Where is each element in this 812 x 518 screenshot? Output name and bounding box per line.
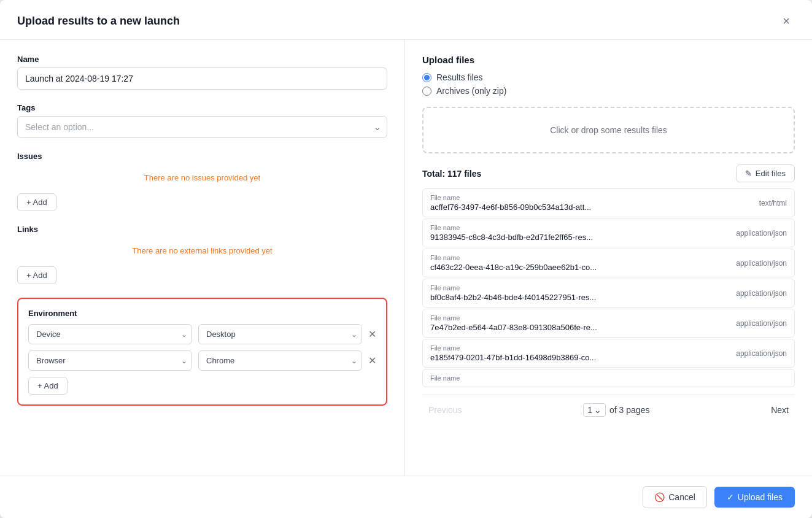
env-val-select-0[interactable]: Desktop: [198, 324, 362, 344]
close-button[interactable]: ×: [778, 12, 795, 29]
env-key-wrapper-0: Device ⌄: [28, 324, 192, 344]
pagination: Previous 1 ⌄ of 3 pages Next: [422, 395, 795, 419]
radio-results-files[interactable]: Results files: [422, 72, 795, 82]
env-val-wrapper-0: Desktop ⌄: [198, 324, 362, 344]
tags-select[interactable]: Select an option...: [17, 116, 387, 138]
env-val-wrapper-1: Chrome ⌄: [198, 350, 362, 371]
file-label: File name: [430, 284, 596, 292]
file-label: File name: [430, 224, 593, 231]
env-val-select-1[interactable]: Chrome: [198, 350, 362, 371]
file-type: application/json: [736, 349, 787, 358]
file-item: File name 7e47b2ed-e564-4a07-83e8-091308…: [422, 309, 795, 338]
env-remove-button-1[interactable]: ✕: [368, 355, 376, 366]
page-info: 1 ⌄ of 3 pages: [583, 403, 649, 417]
add-issue-button[interactable]: + Add: [17, 193, 56, 211]
current-page: 1: [587, 405, 592, 415]
modal-header: Upload results to a new launch ×: [0, 0, 812, 40]
env-remove-button-0[interactable]: ✕: [368, 328, 376, 340]
file-name: acffef76-3497-4e6f-b856-09b0c534a13d-att…: [430, 203, 591, 212]
environment-label: Environment: [28, 309, 376, 318]
file-label: File name: [430, 374, 460, 382]
previous-button[interactable]: Previous: [422, 401, 468, 419]
issues-empty-text: There are no issues provided yet: [17, 167, 387, 188]
radio-results-input[interactable]: [422, 73, 431, 82]
file-label: File name: [430, 194, 591, 201]
issues-section: Issues There are no issues provided yet …: [17, 152, 387, 211]
env-row-device: Device ⌄ Desktop ⌄ ✕: [28, 324, 376, 344]
radio-archives[interactable]: Archives (only zip): [422, 86, 795, 96]
issues-label: Issues: [17, 152, 387, 161]
file-name: 7e47b2ed-e564-4a07-83e8-091308a506fe-re.…: [430, 323, 597, 332]
file-item: File name acffef76-3497-4e6f-b856-09b0c5…: [422, 188, 795, 217]
file-list: File name acffef76-3497-4e6f-b856-09b0c5…: [422, 188, 795, 387]
file-type: text/html: [759, 199, 787, 207]
page-selector[interactable]: 1 ⌄: [583, 403, 606, 417]
files-total: Total: 117 files: [422, 169, 481, 179]
upload-label: Upload files: [738, 492, 783, 502]
upload-icon: ✓: [727, 492, 734, 502]
edit-files-label: Edit files: [756, 169, 786, 178]
edit-files-button[interactable]: ✎ Edit files: [736, 164, 795, 182]
radio-archives-input[interactable]: [422, 87, 431, 96]
environment-section: Environment Device ⌄ Desktop ⌄: [17, 298, 387, 406]
cancel-label: Cancel: [668, 492, 695, 502]
env-key-select-0[interactable]: Device: [28, 324, 192, 344]
modal-body: Name Tags Select an option... ⌄ Issues T…: [0, 40, 812, 476]
tags-select-wrapper: Select an option... ⌄: [17, 116, 387, 138]
env-key-wrapper-1: Browser ⌄: [28, 350, 192, 371]
drop-zone[interactable]: Click or drop some results files: [422, 107, 795, 153]
file-type: application/json: [736, 289, 787, 298]
file-item: File name 91383945-c8c8-4c3d-bdfb-e2d71f…: [422, 218, 795, 247]
upload-files-button[interactable]: ✓ Upload files: [714, 487, 795, 508]
files-header: Total: 117 files ✎ Edit files: [422, 164, 795, 182]
env-row-browser: Browser ⌄ Chrome ⌄ ✕: [28, 350, 376, 371]
of-pages-text: of 3 pages: [609, 405, 649, 415]
radio-archives-label: Archives (only zip): [436, 86, 506, 96]
modal-title: Upload results to a new launch: [17, 15, 180, 28]
radio-results-label: Results files: [436, 72, 482, 82]
file-type: application/json: [736, 319, 787, 328]
name-section: Name: [17, 55, 387, 90]
file-item-left: File name: [430, 374, 460, 382]
file-item-left: File name 91383945-c8c8-4c3d-bdfb-e2d71f…: [430, 224, 593, 242]
cancel-button[interactable]: 🚫 Cancel: [643, 486, 707, 508]
file-type: application/json: [736, 259, 787, 268]
page-chevron-icon: ⌄: [594, 405, 601, 415]
name-label: Name: [17, 55, 387, 64]
modal-footer: 🚫 Cancel ✓ Upload files: [0, 476, 812, 518]
drop-zone-text: Click or drop some results files: [550, 125, 667, 135]
file-label: File name: [430, 344, 596, 352]
upload-files-title: Upload files: [422, 55, 795, 65]
name-input[interactable]: [17, 68, 387, 90]
add-link-button[interactable]: + Add: [17, 266, 56, 284]
tags-label: Tags: [17, 103, 387, 112]
file-item-left: File name acffef76-3497-4e6f-b856-09b0c5…: [430, 194, 591, 212]
file-label: File name: [430, 314, 597, 322]
file-name: bf0c8af4-b2b2-4b46-bde4-f40145227951-res…: [430, 293, 596, 302]
add-env-button[interactable]: + Add: [28, 377, 68, 395]
links-empty-text: There are no external links provided yet: [17, 240, 387, 261]
next-button[interactable]: Next: [765, 401, 795, 419]
cancel-icon: 🚫: [654, 492, 665, 502]
file-item: File name bf0c8af4-b2b2-4b46-bde4-f40145…: [422, 279, 795, 307]
file-item: File name: [422, 369, 795, 387]
edit-icon: ✎: [745, 169, 752, 178]
file-name: e185f479-0201-47bf-b1dd-16498d9b3869-co.…: [430, 353, 596, 362]
env-key-select-1[interactable]: Browser: [28, 350, 192, 371]
file-item: File name e185f479-0201-47bf-b1dd-16498d…: [422, 339, 795, 368]
links-label: Links: [17, 225, 387, 234]
file-item-left: File name cf463c22-0eea-418c-a19c-259b0a…: [430, 254, 597, 272]
file-item-left: File name e185f479-0201-47bf-b1dd-16498d…: [430, 344, 596, 362]
file-item-left: File name bf0c8af4-b2b2-4b46-bde4-f40145…: [430, 284, 596, 302]
file-type-radio-group: Results files Archives (only zip): [422, 72, 795, 96]
file-name: 91383945-c8c8-4c3d-bdfb-e2d71fe2ff65-res…: [430, 233, 593, 242]
file-item: File name cf463c22-0eea-418c-a19c-259b0a…: [422, 249, 795, 277]
links-section: Links There are no external links provid…: [17, 225, 387, 284]
file-label: File name: [430, 254, 597, 261]
file-item-left: File name 7e47b2ed-e564-4a07-83e8-091308…: [430, 314, 597, 332]
file-type: application/json: [736, 229, 787, 238]
right-panel: Upload files Results files Archives (onl…: [405, 40, 812, 476]
left-panel: Name Tags Select an option... ⌄ Issues T…: [0, 40, 405, 476]
tags-section: Tags Select an option... ⌄: [17, 103, 387, 138]
file-name: cf463c22-0eea-418c-a19c-259b0aee62b1-co.…: [430, 263, 597, 272]
